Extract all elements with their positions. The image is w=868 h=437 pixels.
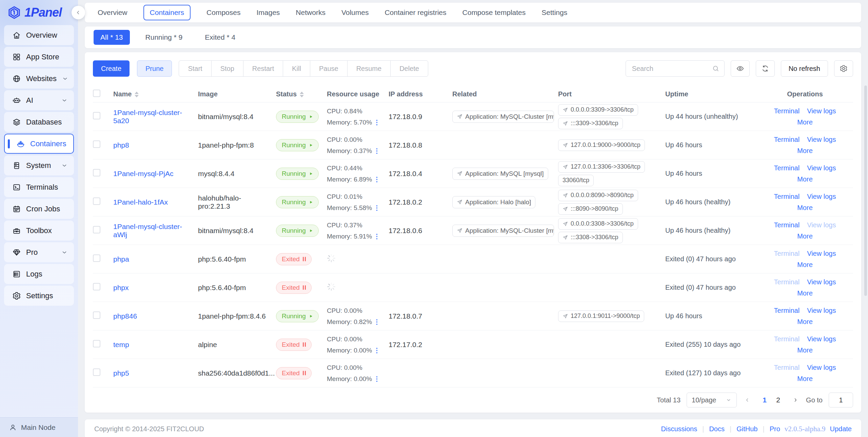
row-checkbox[interactable] bbox=[93, 197, 100, 205]
sort-caret-icon[interactable] bbox=[135, 92, 139, 97]
related-app-chip[interactable]: Application: MySQL-Cluster [mysql-clust bbox=[452, 111, 554, 123]
sidebar-item-pro[interactable]: Pro bbox=[4, 242, 74, 262]
row-checkbox[interactable] bbox=[93, 254, 100, 262]
port-chip[interactable]: :::8090->8090/tcp bbox=[558, 203, 623, 215]
more-link[interactable]: More bbox=[797, 261, 813, 268]
view-logs-link[interactable]: View logs bbox=[807, 164, 836, 172]
search-input[interactable] bbox=[631, 64, 712, 73]
related-app-chip[interactable]: Application: Halo [halo] bbox=[452, 196, 535, 208]
toggle-columns-button[interactable] bbox=[731, 60, 750, 77]
view-logs-link[interactable]: View logs bbox=[807, 193, 836, 200]
container-name-link[interactable]: php846 bbox=[113, 312, 137, 320]
tab-networks[interactable]: Networks bbox=[296, 8, 326, 17]
refresh-button[interactable] bbox=[756, 60, 775, 77]
tab-images[interactable]: Images bbox=[256, 8, 280, 17]
tab-volumes[interactable]: Volumes bbox=[341, 8, 369, 17]
tab-overview[interactable]: Overview bbox=[98, 8, 127, 17]
row-checkbox[interactable] bbox=[93, 368, 100, 376]
update-link[interactable]: Update bbox=[830, 425, 852, 433]
footer-link-docs[interactable]: Docs bbox=[709, 425, 725, 433]
pause-button[interactable]: Pause bbox=[310, 61, 347, 76]
view-logs-link[interactable]: View logs bbox=[807, 278, 836, 286]
footer-link-pro[interactable]: Pro bbox=[770, 425, 780, 433]
page-number-2[interactable]: 2 bbox=[771, 396, 785, 404]
terminal-link[interactable]: Terminal bbox=[774, 164, 800, 172]
port-chip[interactable]: 127.0.0.1:9000->9000/tcp bbox=[558, 139, 645, 151]
related-app-chip[interactable]: Application: MySQL-Cluster [mysql-clust bbox=[452, 225, 554, 237]
sidebar-item-settings[interactable]: Settings bbox=[4, 286, 74, 306]
container-name-link[interactable]: php8 bbox=[113, 141, 129, 149]
container-name-link[interactable]: php5 bbox=[113, 369, 129, 377]
port-chip[interactable]: 0.0.0.0:3308->3306/tcp bbox=[558, 218, 638, 230]
sidebar-item-cron-jobs[interactable]: Cron Jobs bbox=[4, 199, 74, 219]
port-chip[interactable]: :::3308->3306/tcp bbox=[558, 232, 623, 243]
footer-link-github[interactable]: GitHub bbox=[736, 425, 757, 433]
tab-settings[interactable]: Settings bbox=[541, 8, 567, 17]
create-button[interactable]: Create bbox=[93, 60, 130, 77]
terminal-link[interactable]: Terminal bbox=[774, 221, 800, 229]
terminal-link[interactable]: Terminal bbox=[774, 136, 800, 143]
goto-page-input[interactable] bbox=[829, 393, 853, 407]
resume-button[interactable]: Resume bbox=[347, 61, 390, 76]
tab-container-registries[interactable]: Container registries bbox=[384, 8, 446, 17]
sidebar-item-app-store[interactable]: App Store bbox=[4, 47, 74, 67]
sidebar-item-databases[interactable]: Databases bbox=[4, 112, 74, 132]
row-checkbox[interactable] bbox=[93, 311, 100, 319]
port-chip[interactable]: 127.0.0.1:3306->3306/tcp bbox=[558, 161, 645, 173]
sidebar-item-containers[interactable]: Containers bbox=[4, 134, 74, 154]
more-link[interactable]: More bbox=[797, 147, 813, 154]
container-name-link[interactable]: 1Panel-mysql-cluster-aWlj bbox=[113, 223, 182, 239]
sidebar-item-system[interactable]: System bbox=[4, 155, 74, 175]
row-checkbox[interactable] bbox=[93, 283, 100, 290]
more-link[interactable]: More bbox=[797, 118, 813, 126]
select-all-checkbox[interactable] bbox=[93, 90, 100, 97]
row-checkbox[interactable] bbox=[93, 340, 100, 347]
container-name-link[interactable]: temp bbox=[113, 341, 129, 348]
resource-more-icon[interactable]: ⋮ bbox=[374, 347, 380, 354]
sidebar-item-ai[interactable]: AI bbox=[4, 90, 74, 110]
tab-containers[interactable]: Containers bbox=[143, 5, 191, 20]
resource-more-icon[interactable]: ⋮ bbox=[374, 233, 380, 240]
terminal-link[interactable]: Terminal bbox=[774, 107, 800, 115]
scrollbar-thumb[interactable] bbox=[864, 86, 867, 296]
filter-exited[interactable]: Exited * 4 bbox=[198, 30, 242, 45]
delete-button[interactable]: Delete bbox=[390, 61, 428, 76]
view-logs-link[interactable]: View logs bbox=[807, 107, 836, 115]
resource-more-icon[interactable]: ⋮ bbox=[374, 204, 380, 211]
main-node[interactable]: Main Node bbox=[0, 417, 78, 437]
tab-composes[interactable]: Composes bbox=[206, 8, 240, 17]
resource-more-icon[interactable]: ⋮ bbox=[374, 176, 380, 183]
prev-page-button[interactable] bbox=[743, 397, 752, 403]
resource-more-icon[interactable]: ⋮ bbox=[374, 147, 380, 154]
port-chip[interactable]: 0.0.0.0:3309->3306/tcp bbox=[558, 104, 638, 116]
view-logs-link[interactable]: View logs bbox=[807, 250, 836, 257]
sort-caret-icon[interactable] bbox=[300, 92, 304, 97]
container-name-link[interactable]: 1Panel-mysql-PjAc bbox=[113, 170, 173, 177]
container-name-link[interactable]: phpx bbox=[113, 284, 129, 291]
stop-button[interactable]: Stop bbox=[211, 61, 243, 76]
start-button[interactable]: Start bbox=[179, 61, 211, 76]
sidebar-item-toolbox[interactable]: Toolbox bbox=[4, 221, 74, 241]
row-checkbox[interactable] bbox=[93, 140, 100, 148]
view-logs-link[interactable]: View logs bbox=[807, 364, 836, 371]
port-chip[interactable]: 0.0.0.0:8090->8090/tcp bbox=[558, 190, 638, 201]
prune-button[interactable]: Prune bbox=[137, 60, 172, 77]
port-chip[interactable]: 127.0.0.1:9011->9000/tcp bbox=[558, 310, 644, 322]
more-link[interactable]: More bbox=[797, 175, 813, 183]
container-name-link[interactable]: phpa bbox=[113, 255, 129, 263]
page-size-select[interactable]: 10/page bbox=[687, 393, 737, 407]
container-name-link[interactable]: 1Panel-halo-1fAx bbox=[113, 198, 168, 206]
related-app-chip[interactable]: Application: MySQL [mysql] bbox=[452, 168, 548, 180]
filter-running[interactable]: Running * 9 bbox=[139, 30, 190, 45]
view-logs-link[interactable]: View logs bbox=[807, 335, 836, 343]
port-chip[interactable]: :::3309->3306/tcp bbox=[558, 118, 623, 129]
more-link[interactable]: More bbox=[797, 289, 813, 297]
resource-more-icon[interactable]: ⋮ bbox=[374, 119, 380, 126]
row-checkbox[interactable] bbox=[93, 112, 100, 119]
container-name-link[interactable]: 1Panel-mysql-cluster-5a20 bbox=[113, 109, 182, 125]
more-link[interactable]: More bbox=[797, 375, 813, 382]
table-settings-button[interactable] bbox=[834, 60, 853, 77]
sidebar-item-websites[interactable]: Websites bbox=[4, 69, 74, 89]
more-link[interactable]: More bbox=[797, 346, 813, 354]
sidebar-item-overview[interactable]: Overview bbox=[4, 25, 74, 45]
